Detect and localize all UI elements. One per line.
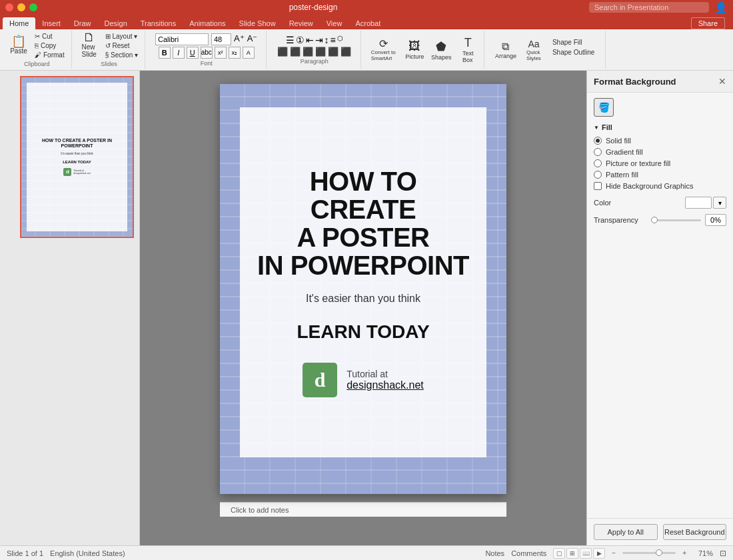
bold-button[interactable]: B xyxy=(159,47,171,59)
tab-acrobat[interactable]: Acrobat xyxy=(349,17,387,29)
color-controls: ▾ xyxy=(685,197,726,209)
font-color-button[interactable]: A xyxy=(243,47,255,59)
slide-list: 1 HOW TO CREATE A POSTER IN POWERPOINT I… xyxy=(5,76,134,238)
pattern-fill-radio[interactable] xyxy=(594,171,602,179)
bullets-btn[interactable]: ☰ xyxy=(286,35,295,45)
cut-button[interactable]: ✂ Cut xyxy=(32,32,67,41)
canvas-logo-icon: d xyxy=(303,363,337,397)
text-direction-btn[interactable]: ↕ xyxy=(325,35,329,45)
align-right-btn[interactable]: ⬛ xyxy=(303,47,313,57)
italic-button[interactable]: I xyxy=(173,47,185,59)
tab-transitions[interactable]: Transitions xyxy=(134,17,183,29)
canvas-area[interactable]: HOW TO CREATE A POSTER IN POWERPOINT It'… xyxy=(140,71,586,545)
tab-review[interactable]: Review xyxy=(283,17,320,29)
columns-btn[interactable]: ⬛ xyxy=(328,47,339,57)
paragraph-label: Paragraph xyxy=(301,58,329,65)
window-controls[interactable] xyxy=(5,3,37,11)
zoom-out-icon[interactable]: − xyxy=(612,549,616,557)
align-left-btn[interactable]: ⬛ xyxy=(277,47,288,57)
layout-button[interactable]: ⊞ Layout ▾ xyxy=(103,32,141,41)
tab-slideshow[interactable]: Slide Show xyxy=(233,17,283,29)
new-slide-button[interactable]: 🗋 NewSlide xyxy=(77,32,101,57)
canvas-logo-row: d Tutorial at designshack.net xyxy=(303,363,424,397)
transparency-slider[interactable] xyxy=(651,219,701,221)
font-size-input[interactable] xyxy=(211,33,231,45)
color-picker-button[interactable]: ▾ xyxy=(713,197,726,209)
zoom-in-icon[interactable]: + xyxy=(682,549,686,557)
apply-to-all-button[interactable]: Apply to All xyxy=(594,524,658,540)
minimize-button[interactable] xyxy=(17,3,25,11)
panel-close-button[interactable]: ✕ xyxy=(718,76,726,87)
tab-insert[interactable]: Insert xyxy=(35,17,67,29)
fill-icon-button[interactable]: 🪣 xyxy=(594,98,614,117)
justify-btn[interactable]: ⬛ xyxy=(315,47,326,57)
gradient-fill-option[interactable]: Gradient fill xyxy=(594,148,726,156)
pattern-fill-option[interactable]: Pattern fill xyxy=(594,171,726,179)
format-button[interactable]: 🖌 Format xyxy=(32,51,67,59)
notes-button[interactable]: Notes xyxy=(485,549,504,557)
underline-button[interactable]: U xyxy=(187,47,199,59)
picture-button[interactable]: 🖼 Picture xyxy=(402,38,426,62)
status-bar: Slide 1 of 1 English (United States) Not… xyxy=(0,545,733,560)
zoom-level[interactable]: 71% xyxy=(693,549,713,557)
paste-button[interactable]: 📋 Paste xyxy=(7,32,31,57)
transparency-value[interactable]: 0% xyxy=(705,214,726,226)
new-slide-icon: 🗋 xyxy=(83,31,95,43)
account-icon[interactable]: 👤 xyxy=(714,1,728,14)
align-center-btn[interactable]: ⬛ xyxy=(290,47,301,57)
color-swatch[interactable] xyxy=(685,197,712,209)
textbox-button[interactable]: T TextBox xyxy=(456,38,480,62)
picture-texture-radio[interactable] xyxy=(594,159,602,167)
align-text-btn[interactable]: ≡ xyxy=(331,35,336,45)
tab-home[interactable]: Home xyxy=(3,17,35,29)
increase-indent-btn[interactable]: ⇥ xyxy=(315,35,323,45)
hide-background-option[interactable]: Hide Background Graphics xyxy=(594,182,726,190)
superscript-button[interactable]: x² xyxy=(215,47,227,59)
font-increase-btn[interactable]: A⁺ xyxy=(234,33,245,45)
arrange-button[interactable]: ⧉ Arrange xyxy=(494,38,518,62)
shape-fill-button[interactable]: Shape Fill xyxy=(550,38,597,47)
hide-background-checkbox[interactable] xyxy=(594,182,602,190)
slide-canvas[interactable]: HOW TO CREATE A POSTER IN POWERPOINT It'… xyxy=(220,84,506,494)
numbering-btn[interactable]: ① xyxy=(296,35,305,45)
reset-background-button[interactable]: Reset Background xyxy=(663,524,727,540)
subscript-button[interactable]: x₂ xyxy=(229,47,241,59)
slide-sorter-button[interactable]: ⊞ xyxy=(566,548,578,559)
share-button[interactable]: Share xyxy=(691,17,725,29)
strikethrough-button[interactable]: abc xyxy=(201,47,213,59)
canvas-white-box[interactable]: HOW TO CREATE A POSTER IN POWERPOINT It'… xyxy=(240,107,486,457)
tab-draw[interactable]: Draw xyxy=(67,17,98,29)
font-family-input[interactable] xyxy=(155,33,209,45)
search-input[interactable] xyxy=(589,2,709,13)
maximize-button[interactable] xyxy=(29,3,37,11)
quick-styles-button[interactable]: Aa QuickStyles xyxy=(520,38,547,62)
textbox-icon: T xyxy=(464,36,472,50)
copy-button[interactable]: ⎘ Copy xyxy=(32,41,67,50)
shape-outline-button[interactable]: Shape Outline xyxy=(550,48,597,57)
solid-fill-radio[interactable] xyxy=(594,137,602,145)
tab-design[interactable]: Design xyxy=(98,17,134,29)
slide-thumbnail[interactable]: HOW TO CREATE A POSTER IN POWERPOINT It'… xyxy=(20,76,134,238)
zoom-slider[interactable] xyxy=(622,552,676,554)
slideshow-button[interactable]: ▶ xyxy=(593,548,605,559)
smartart-btn[interactable]: ⬡ xyxy=(337,35,343,45)
gradient-fill-radio[interactable] xyxy=(594,148,602,156)
normal-view-button[interactable]: ▢ xyxy=(553,548,565,559)
solid-fill-option[interactable]: Solid fill xyxy=(594,137,726,145)
picture-texture-fill-option[interactable]: Picture or texture fill xyxy=(594,159,726,167)
tab-animations[interactable]: Animations xyxy=(183,17,232,29)
comments-button[interactable]: Comments xyxy=(511,549,546,557)
textbox-label: TextBox xyxy=(462,50,474,63)
line-spacing-btn[interactable]: ⬛ xyxy=(341,47,351,57)
notes-bar[interactable]: Click to add notes xyxy=(220,502,506,517)
close-button[interactable] xyxy=(5,3,13,11)
tab-view[interactable]: View xyxy=(320,17,349,29)
fit-slide-button[interactable]: ⊡ xyxy=(720,549,726,558)
convert-smartart-button[interactable]: ⟳ Convert toSmartArt xyxy=(366,38,400,62)
reset-button[interactable]: ↺ Reset xyxy=(103,41,141,50)
decrease-indent-btn[interactable]: ⇤ xyxy=(306,35,314,45)
section-button[interactable]: § Section ▾ xyxy=(103,51,141,59)
reading-view-button[interactable]: 📖 xyxy=(580,548,592,559)
shapes-button[interactable]: ⬟ Shapes xyxy=(429,38,453,62)
font-decrease-btn[interactable]: A⁻ xyxy=(247,33,258,45)
